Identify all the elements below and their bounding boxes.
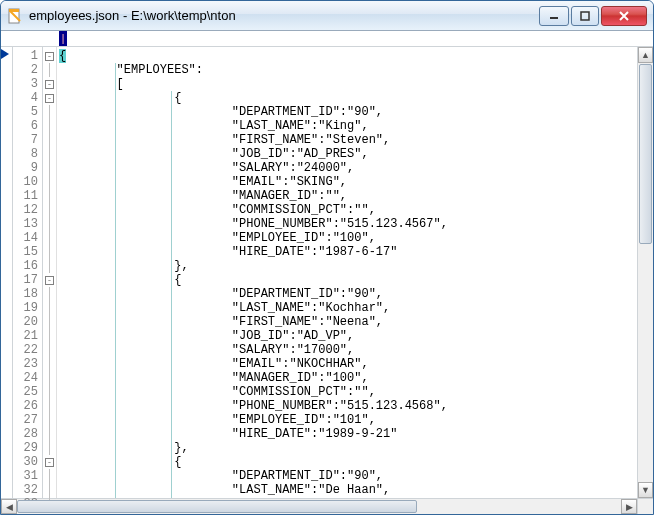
indent-guide (171, 497, 172, 498)
code-line[interactable]: "HIRE_DATE":"1987-6-17" (59, 245, 637, 259)
code-line[interactable]: "LAST_NAME":"Kochhar", (59, 301, 637, 315)
line-number: 2 (13, 63, 38, 77)
code-line[interactable]: "PHONE_NUMBER":"515.123.4568", (59, 399, 637, 413)
code-line[interactable]: "JOB_ID":"AD_PRES", (59, 147, 637, 161)
code-line[interactable]: "DEPARTMENT_ID":"90", (59, 287, 637, 301)
scroll-up-arrow[interactable]: ▲ (638, 47, 653, 63)
code-line[interactable]: "JOB_ID":"AD_VP", (59, 329, 637, 343)
line-number: 5 (13, 105, 38, 119)
code-line[interactable]: "LAST_NAME":"King", (59, 119, 637, 133)
line-number: 20 (13, 315, 38, 329)
fold-guide (49, 175, 50, 189)
line-number: 30 (13, 455, 38, 469)
indent-guide (115, 175, 116, 189)
fold-guide (49, 441, 50, 455)
line-number: 26 (13, 399, 38, 413)
column-ruler: | ----+----1----+----2----+----3----+---… (1, 31, 653, 47)
indent-guide (171, 203, 172, 217)
indent-guide (115, 245, 116, 259)
code-line[interactable]: "EMPLOYEE_ID":"100", (59, 231, 637, 245)
line-number: 16 (13, 259, 38, 273)
line-number: 19 (13, 301, 38, 315)
code-line[interactable]: "EMAIL":"SKING", (59, 175, 637, 189)
fold-toggle[interactable]: - (45, 80, 54, 89)
code-line[interactable]: "SALARY":"24000", (59, 161, 637, 175)
maximize-button[interactable] (571, 6, 599, 26)
code-line[interactable]: "MANAGER_ID":"100", (59, 371, 637, 385)
scrollbar-corner (637, 499, 653, 514)
code-line[interactable]: "COMMISSION_PCT":"", (59, 203, 637, 217)
fold-guide (49, 231, 50, 245)
indent-guide (171, 119, 172, 133)
fold-guide (49, 315, 50, 329)
code-area[interactable]: { "EMPLOYEES": [ { "DEPARTMENT_ID":"90",… (57, 47, 637, 498)
code-line[interactable]: { (59, 455, 637, 469)
fold-guide (49, 217, 50, 231)
code-line[interactable]: { (59, 49, 637, 63)
fold-guide (49, 329, 50, 343)
horizontal-scrollbar[interactable]: ◀ ▶ (1, 498, 653, 514)
close-button[interactable] (601, 6, 647, 26)
code-line[interactable]: "DEPARTMENT_ID":"90", (59, 105, 637, 119)
code-line[interactable]: "PHONE_NUMBER":"515.123.4567", (59, 217, 637, 231)
indent-guide (171, 259, 172, 273)
code-line[interactable]: [ (59, 77, 637, 91)
code-line[interactable]: }, (59, 259, 637, 273)
titlebar[interactable]: employees.json - E:\work\temp\nton (1, 1, 653, 31)
fold-guide (49, 105, 50, 119)
svg-rect-3 (581, 12, 589, 20)
code-line[interactable]: "FIRST_NAME":"Lex", (59, 497, 637, 498)
line-number: 10 (13, 175, 38, 189)
line-number: 9 (13, 161, 38, 175)
fold-toggle[interactable]: - (45, 458, 54, 467)
code-line[interactable]: "COMMISSION_PCT":"", (59, 385, 637, 399)
vertical-scroll-thumb[interactable] (639, 64, 652, 244)
indent-guide (171, 301, 172, 315)
code-line[interactable]: "SALARY":"17000", (59, 343, 637, 357)
code-line[interactable]: { (59, 273, 637, 287)
code-line[interactable]: "FIRST_NAME":"Neena", (59, 315, 637, 329)
indent-guide (115, 497, 116, 498)
code-line[interactable]: "EMAIL":"NKOCHHAR", (59, 357, 637, 371)
indent-guide (171, 455, 172, 469)
indent-guide (171, 441, 172, 455)
indent-guide (171, 189, 172, 203)
code-line[interactable]: "EMPLOYEE_ID":"101", (59, 413, 637, 427)
vertical-scrollbar[interactable]: ▲ ▼ (637, 47, 653, 498)
indent-guide (115, 231, 116, 245)
line-number: 27 (13, 413, 38, 427)
fold-guide (49, 147, 50, 161)
fold-margin[interactable]: ----- (43, 47, 57, 498)
indent-guide (171, 105, 172, 119)
line-number: 14 (13, 231, 38, 245)
fold-guide (49, 357, 50, 371)
code-line[interactable]: "EMPLOYEES": (59, 63, 637, 77)
fold-toggle[interactable]: - (45, 52, 54, 61)
fold-guide (49, 483, 50, 497)
scroll-right-arrow[interactable]: ▶ (621, 499, 637, 514)
code-line[interactable]: "LAST_NAME":"De Haan", (59, 483, 637, 497)
fold-guide (49, 399, 50, 413)
indent-guide (171, 399, 172, 413)
scroll-down-arrow[interactable]: ▼ (638, 482, 653, 498)
indent-guide (171, 273, 172, 287)
horizontal-scroll-thumb[interactable] (17, 500, 417, 513)
minimize-button[interactable] (539, 6, 569, 26)
code-line[interactable]: }, (59, 441, 637, 455)
code-line[interactable]: "MANAGER_ID":"", (59, 189, 637, 203)
fold-toggle[interactable]: - (45, 94, 54, 103)
code-line[interactable]: "FIRST_NAME":"Steven", (59, 133, 637, 147)
line-number: 4 (13, 91, 38, 105)
code-line[interactable]: "HIRE_DATE":"1989-9-21" (59, 427, 637, 441)
fold-guide (49, 469, 50, 483)
fold-toggle[interactable]: - (45, 276, 54, 285)
bookmark-margin[interactable] (1, 47, 13, 498)
fold-guide (49, 385, 50, 399)
code-line[interactable]: { (59, 91, 637, 105)
line-number: 6 (13, 119, 38, 133)
indent-guide (115, 427, 116, 441)
indent-guide (115, 217, 116, 231)
line-number: 24 (13, 371, 38, 385)
code-line[interactable]: "DEPARTMENT_ID":"90", (59, 469, 637, 483)
line-number: 22 (13, 343, 38, 357)
